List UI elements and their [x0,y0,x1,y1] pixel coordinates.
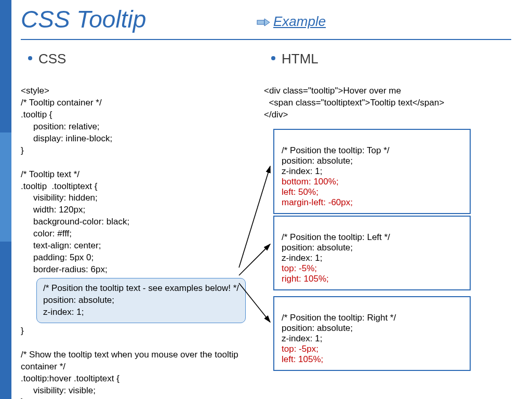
tooltip-left-box: /* Position the tooltip: Left */ positio… [273,216,471,290]
html-heading: HTML [282,50,508,68]
css-code: <style> /* Tooltip container */ .tooltip… [21,73,255,399]
position-callout: /* Position the tooltip text - see examp… [36,278,246,323]
tooltip-top-box: /* Position the tooltip: Top */ position… [273,129,471,214]
arrow-right-icon [257,18,270,29]
slide: CSS Tooltip Example CSS <style> /* Toolt… [0,0,532,399]
tooltip-right-box: /* Position the tooltip: Right */ positi… [273,296,471,371]
html-code: <div class="tooltip">Hover over me <span… [264,73,508,121]
svg-marker-1 [264,19,270,26]
title-divider [21,39,511,40]
page-title: CSS Tooltip [21,5,146,33]
example-link[interactable]: Example [273,14,326,30]
sidebar-accent [0,132,11,242]
css-column: CSS <style> /* Tooltip container */ .too… [21,50,255,399]
svg-rect-0 [257,20,264,24]
css-heading: CSS [38,50,255,68]
html-column: HTML <div class="tooltip">Hover over me … [264,50,508,121]
